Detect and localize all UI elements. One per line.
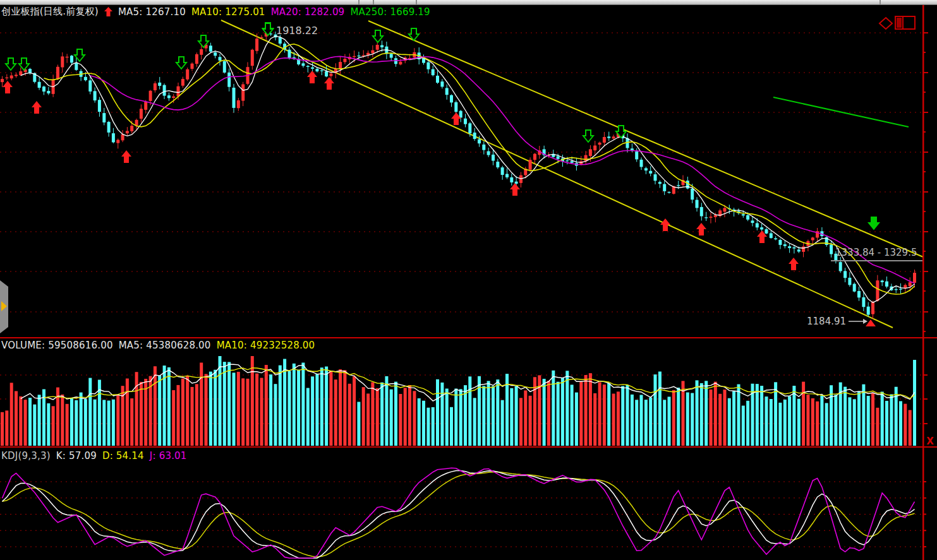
ma250-value: MA250: 1669.19: [350, 6, 430, 18]
stock-chart-app: 创业板指(日线.前复权) MA5: 1267.10 MA10: 1275.01 …: [0, 0, 937, 560]
chart-canvas[interactable]: [0, 0, 937, 560]
split-window-icon[interactable]: [895, 16, 916, 32]
side-panel-expand-icon: [1, 301, 7, 311]
kdj-pane-header: KDJ(9,3,3) K: 57.09 D: 54.14 J: 63.01: [1, 450, 187, 462]
volume-ma5-value: MA5: 45380628.00: [119, 340, 211, 351]
volume-pane-header: VOLUME: 59508616.00 MA5: 45380628.00 MA1…: [1, 340, 315, 351]
diamond-tool-icon[interactable]: [878, 16, 893, 33]
volume-value: VOLUME: 59508616.00: [1, 340, 113, 351]
ma5-value: MA5: 1267.10: [118, 6, 186, 18]
volume-ma10-value: MA10: 49232528.00: [217, 340, 315, 351]
side-panel-expand-handle[interactable]: [0, 280, 8, 333]
low-price-label: 1184.91: [807, 316, 846, 327]
price-pane-header: 创业板指(日线.前复权) MA5: 1267.10 MA10: 1275.01 …: [1, 6, 430, 18]
ma20-value: MA20: 1282.09: [271, 6, 345, 18]
high-price-label: 1918.22: [276, 25, 318, 37]
kdj-j-value: J: 63.01: [150, 450, 187, 462]
range-price-label: 1333.84 - 1329.5: [835, 247, 917, 258]
ma10-value: MA10: 1275.01: [191, 6, 265, 18]
kdj-name: KDJ(9,3,3): [1, 450, 51, 462]
up-arrow-icon: [104, 7, 112, 16]
symbol-title: 创业板指(日线.前复权): [1, 6, 99, 18]
kdj-d-value: D: 54.14: [102, 450, 144, 462]
kdj-k-value: K: 57.09: [56, 450, 97, 462]
close-indicator-icon[interactable]: X: [925, 436, 935, 446]
